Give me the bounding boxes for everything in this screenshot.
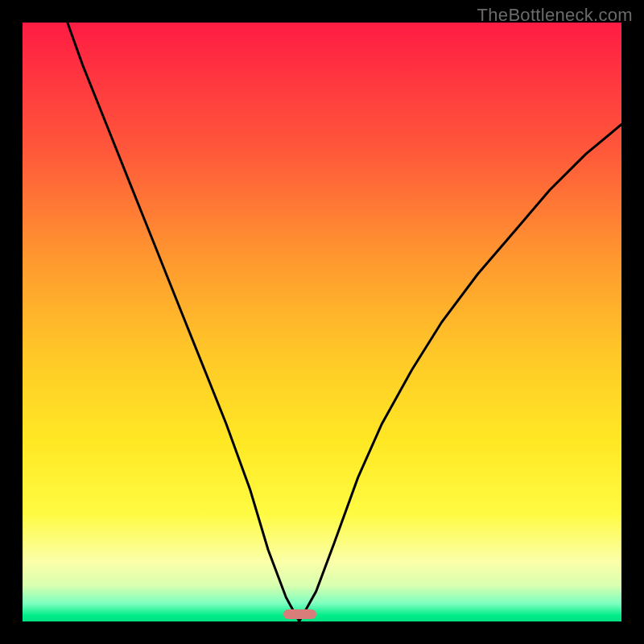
bottleneck-curve-path: [68, 23, 621, 621]
chart-frame: TheBottleneck.com: [0, 0, 644, 644]
watermark-text: TheBottleneck.com: [477, 5, 633, 26]
curve-svg: [23, 23, 621, 621]
plot-area: [23, 23, 621, 621]
minimum-marker: [283, 609, 316, 619]
